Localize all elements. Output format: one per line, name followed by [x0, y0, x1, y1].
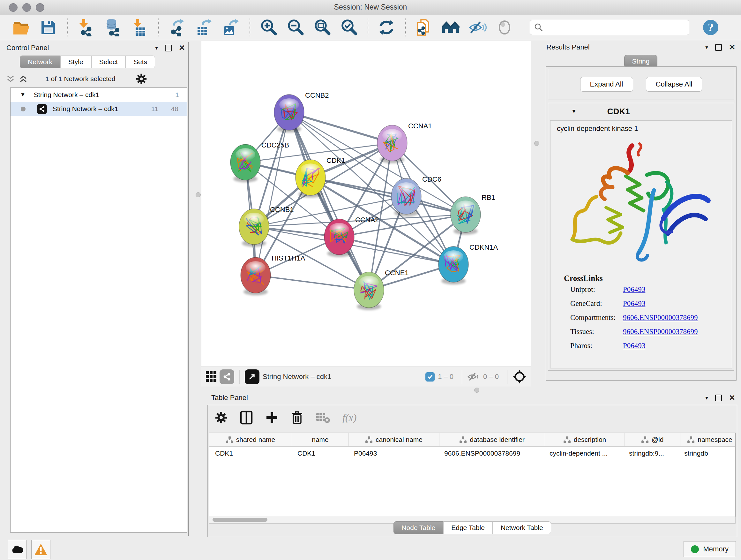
network-node-hist1h1a[interactable]: HIST1H1A: [241, 254, 305, 295]
expand-all-networks-icon[interactable]: [6, 75, 15, 83]
node-label: CDK1: [327, 157, 345, 165]
right-splitter-handle[interactable]: [534, 141, 539, 146]
import-network-database-button[interactable]: [103, 18, 123, 37]
network-node-cdc25b[interactable]: CDC25B: [230, 141, 289, 182]
zoom-in-button[interactable]: [259, 18, 278, 37]
import-network-file-button[interactable]: [76, 18, 96, 37]
network-node-ccne1[interactable]: CCNE1: [354, 269, 409, 310]
network-node-ccna1[interactable]: CCNA1: [377, 122, 432, 163]
network-node-rb1[interactable]: RB1: [451, 193, 495, 235]
tab-node-table[interactable]: Node Table: [394, 521, 443, 534]
zoom-fit-button[interactable]: [312, 18, 332, 37]
memory-button[interactable]: Memory: [684, 541, 736, 557]
show-all-button[interactable]: [495, 18, 515, 37]
tab-network[interactable]: Network: [20, 56, 60, 68]
export-table-button[interactable]: [194, 18, 214, 37]
column-header[interactable]: shared name: [209, 433, 292, 446]
collapse-all-networks-icon[interactable]: [19, 75, 27, 83]
network-options-gear-icon[interactable]: [136, 73, 147, 84]
edge-CCNB2-CCNE1[interactable]: [289, 112, 369, 290]
toolbar-separator: [367, 18, 368, 37]
column-header[interactable]: @id: [625, 433, 680, 446]
export-image-button[interactable]: [221, 18, 241, 37]
edge-CCNB2-HIST1H1A[interactable]: [256, 112, 289, 275]
close-panel-icon[interactable]: ✕: [729, 393, 735, 402]
tab-edge-table[interactable]: Edge Table: [443, 521, 493, 534]
tab-network-table[interactable]: Network Table: [493, 521, 551, 534]
search-input[interactable]: [543, 23, 682, 32]
left-splitter-handle[interactable]: [196, 192, 201, 197]
zoom-selected-button[interactable]: [339, 18, 359, 37]
table-options-gear-icon[interactable]: [215, 411, 227, 424]
network-node-ccnb1[interactable]: CCNB1: [239, 206, 294, 247]
edge-CCNB2-CCNA1[interactable]: [289, 112, 392, 143]
tab-sets[interactable]: Sets: [126, 56, 155, 68]
section-expand-icon[interactable]: ▼: [571, 108, 577, 115]
protein-section-header[interactable]: ▼ CDK1: [548, 103, 734, 120]
collapse-panel-icon[interactable]: ▾: [705, 44, 708, 51]
genecard-link[interactable]: P06493: [623, 300, 645, 307]
tree-expand-icon[interactable]: ▼: [20, 91, 25, 98]
cloud-services-button[interactable]: [8, 540, 27, 559]
node-count: 11: [151, 105, 158, 113]
edge-CCNA2-CDKN1A[interactable]: [339, 237, 454, 264]
column-header[interactable]: namespace: [680, 433, 739, 446]
network-node-cdkn1a[interactable]: CDKN1A: [439, 243, 498, 285]
close-panel-icon[interactable]: ✕: [729, 43, 735, 52]
import-table-button[interactable]: [130, 18, 149, 37]
show-columns-icon[interactable]: [240, 411, 253, 425]
detach-view-icon[interactable]: [245, 369, 259, 384]
tab-string-results[interactable]: String: [624, 55, 658, 68]
column-header[interactable]: description: [545, 433, 625, 446]
horizontal-splitter-handle[interactable]: [474, 388, 479, 393]
apply-layout-button[interactable]: [377, 18, 396, 37]
birdseye-crosshair-icon[interactable]: [513, 370, 527, 384]
string-network-graph[interactable]: CCNB2CCNA1CDC25BCDK1CDC6RB1CCNB1CCNA2CDK…: [201, 41, 531, 367]
collection-count: 1: [175, 91, 179, 99]
column-header[interactable]: database identifier: [440, 433, 545, 446]
node-label: CCNB2: [305, 91, 329, 99]
hide-selected-button[interactable]: [468, 18, 488, 37]
export-network-button[interactable]: [167, 18, 187, 37]
first-neighbors-button[interactable]: [441, 18, 461, 37]
toolbar-search[interactable]: [530, 20, 689, 35]
network-collection-row[interactable]: ▼ String Network – cdk1 1: [10, 88, 187, 102]
network-node-ccnb2[interactable]: CCNB2: [274, 91, 329, 132]
save-session-button[interactable]: [38, 18, 58, 37]
selected-nodes-checkbox-icon[interactable]: [425, 372, 434, 381]
pharos-link[interactable]: P06493: [623, 341, 645, 350]
zoom-selected-icon: [340, 18, 358, 37]
warnings-button[interactable]: [31, 540, 51, 559]
network-view-canvas[interactable]: CCNB2CCNA1CDC25BCDK1CDC6RB1CCNB1CCNA2CDK…: [201, 41, 531, 367]
grid-view-icon[interactable]: [205, 371, 217, 382]
crosslink-row: Pharos: P06493: [570, 341, 732, 350]
create-column-plus-icon[interactable]: [265, 411, 279, 424]
zoom-out-button[interactable]: [285, 18, 305, 37]
expand-all-button[interactable]: Expand All: [580, 77, 633, 91]
clone-network-button[interactable]: [414, 18, 434, 37]
open-session-button[interactable]: [11, 18, 31, 37]
delete-column-trash-icon[interactable]: [291, 411, 304, 425]
string-network-icon: [37, 104, 47, 114]
help-button[interactable]: ?: [701, 18, 721, 37]
edge-HIST1H1A-CCNE1[interactable]: [256, 275, 369, 290]
protein-section: ▼ CDK1 cyclin-dependent kinase 1: [548, 103, 734, 371]
collapse-panel-icon[interactable]: ▾: [155, 45, 158, 51]
float-panel-icon[interactable]: [715, 395, 722, 401]
float-panel-icon[interactable]: [715, 44, 722, 51]
close-panel-icon[interactable]: ✕: [179, 44, 185, 52]
table-row[interactable]: CDK1 CDK1 P06493 9606.ENSP00000378699 cy…: [209, 447, 735, 460]
float-panel-icon[interactable]: [165, 45, 172, 51]
collapse-all-button[interactable]: Collapse All: [646, 77, 702, 91]
collapse-panel-icon[interactable]: ▾: [705, 395, 708, 401]
refresh-layout-icon: [378, 19, 395, 36]
tissues-link[interactable]: 9606.ENSP00000378699: [623, 327, 698, 335]
tab-style[interactable]: Style: [60, 56, 91, 68]
network-row-selected[interactable]: String Network – cdk1 11 48: [10, 102, 187, 116]
tab-select[interactable]: Select: [91, 56, 126, 68]
compartments-link[interactable]: 9606.ENSP00000378699: [623, 314, 698, 321]
network-overview-icon[interactable]: [219, 369, 234, 384]
column-header[interactable]: canonical name: [349, 433, 440, 446]
column-header[interactable]: name: [292, 433, 349, 446]
uniprot-link[interactable]: P06493: [623, 286, 645, 294]
